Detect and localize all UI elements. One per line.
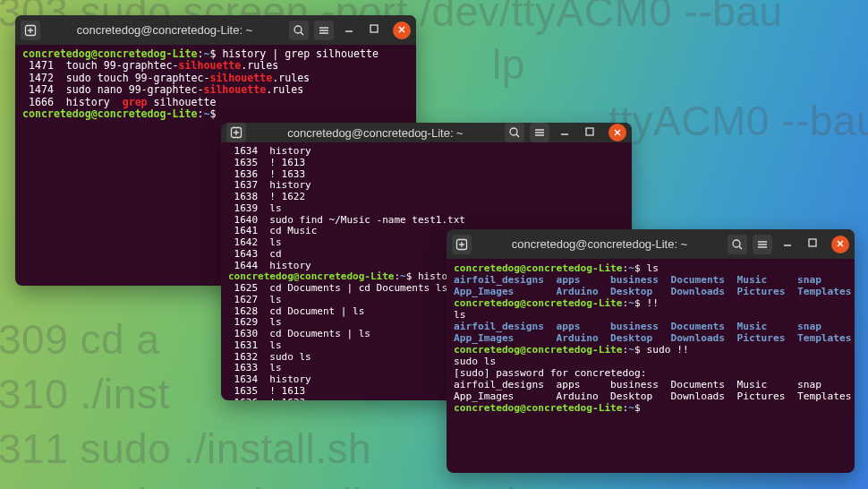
search-icon (731, 238, 744, 251)
new-tab-button[interactable] (226, 123, 246, 142)
close-button[interactable] (393, 21, 411, 39)
echo-output: sudo ls (454, 356, 847, 367)
window-title: concretedog@concretedog-Lite: ~ (46, 23, 284, 37)
terminal-window-c[interactable]: concretedog@concretedog-Lite: ~ concrete… (447, 229, 855, 473)
ls-output: airfoil_designs apps business Documents … (454, 274, 847, 297)
prompt-line[interactable]: concretedog@concretedog-Lite:~$ !! (454, 297, 847, 309)
ls-output-plain: airfoil_designs apps business Documents … (454, 379, 847, 402)
background-history-line: 310 ./inst (0, 370, 170, 418)
background-history-line: lp (492, 40, 525, 89)
close-icon (836, 237, 845, 251)
window-titlebar[interactable]: concretedog@concretedog-Lite: ~ (221, 123, 632, 142)
maximize-button[interactable] (803, 236, 822, 252)
svg-point-27 (733, 240, 740, 247)
maximize-icon (806, 236, 819, 252)
search-button[interactable] (728, 235, 747, 254)
echo-output: ls (454, 309, 847, 321)
new-tab-icon (230, 126, 243, 139)
prompt-line[interactable]: concretedog@concretedog-Lite:~$ ls (454, 262, 847, 274)
close-icon (613, 126, 622, 140)
new-tab-icon (24, 24, 37, 37)
svg-rect-9 (370, 25, 378, 32)
window-title: concretedog@concretedog-Lite: ~ (477, 237, 722, 251)
history-output-line: 1635 ! 1613 (228, 158, 625, 169)
svg-line-16 (516, 134, 519, 137)
hamburger-menu-icon (533, 126, 546, 139)
new-tab-icon (455, 238, 468, 251)
close-icon (397, 23, 406, 37)
history-output-line: 1639 ls (228, 203, 625, 215)
history-output-line: 1474 sudo nano 99-graphtec-silhouette.ru… (22, 84, 409, 96)
history-output-line: 1666 history grep silhouette (22, 97, 409, 108)
maximize-icon (368, 22, 380, 38)
sudo-prompt[interactable]: [sudo] password for concretedog: (454, 367, 847, 379)
menu-button[interactable] (530, 123, 549, 142)
window-title: concretedog@concretedog-Lite: ~ (251, 126, 499, 140)
svg-point-15 (510, 128, 517, 135)
menu-button[interactable] (753, 235, 772, 254)
minimize-icon (781, 236, 794, 252)
minimize-button[interactable] (555, 125, 574, 141)
minimize-icon (558, 125, 571, 141)
hamburger-menu-icon (318, 24, 330, 37)
new-tab-button[interactable] (21, 21, 40, 40)
search-button[interactable] (289, 21, 309, 40)
background-history-line: 312 sudo apt install gparted (0, 479, 516, 489)
window-titlebar[interactable]: concretedog@concretedog-Lite: ~ (15, 15, 416, 45)
search-icon (508, 126, 521, 139)
prompt-line[interactable]: concretedog@concretedog-Lite:~$ history … (22, 48, 409, 60)
menu-button[interactable] (314, 21, 334, 40)
prompt-line[interactable]: concretedog@concretedog-Lite:~$ (454, 402, 847, 414)
maximize-icon (583, 125, 596, 141)
background-history-line: ttyACM0 --bau (608, 97, 868, 145)
ls-output: airfoil_designs apps business Documents … (454, 321, 847, 344)
history-output-line: 1634 history (228, 146, 625, 158)
background-history-line: 309 cd a (0, 315, 159, 364)
svg-point-3 (294, 26, 302, 33)
svg-rect-21 (586, 128, 593, 135)
history-output-line: 1471 touch 99-graphtec-silhouette.rules (22, 60, 409, 72)
svg-line-4 (301, 32, 303, 35)
minimize-icon (343, 22, 355, 38)
svg-line-28 (739, 246, 742, 249)
search-icon (293, 24, 305, 37)
search-button[interactable] (505, 123, 524, 142)
minimize-button[interactable] (778, 236, 797, 252)
svg-rect-33 (809, 239, 816, 246)
hamburger-menu-icon (756, 238, 769, 251)
new-tab-button[interactable] (452, 235, 472, 254)
terminal-body[interactable]: concretedog@concretedog-Lite:~$ lsairfoi… (447, 259, 855, 473)
prompt-line[interactable]: concretedog@concretedog-Lite:~$ sudo !! (454, 344, 847, 356)
window-titlebar[interactable]: concretedog@concretedog-Lite: ~ (447, 229, 855, 259)
close-button[interactable] (831, 236, 849, 253)
close-button[interactable] (608, 124, 626, 142)
history-output-line: 1472 sudo touch 99-graphtec-silhouette.r… (22, 73, 409, 84)
maximize-button[interactable] (580, 125, 600, 141)
history-output-line: 1638 ! 1622 (228, 192, 625, 203)
minimize-button[interactable] (339, 22, 359, 38)
maximize-button[interactable] (364, 22, 384, 38)
prompt-line[interactable]: concretedog@concretedog-Lite:~$ (22, 108, 409, 120)
background-history-line: 311 sudo ./install.sh (0, 425, 371, 473)
